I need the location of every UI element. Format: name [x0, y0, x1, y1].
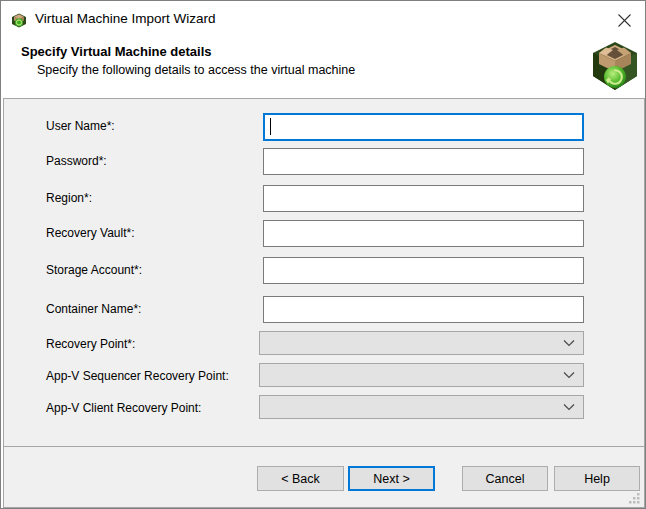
page-title: Specify Virtual Machine details: [21, 44, 212, 59]
field-label-appv-sequencer-recovery-point: App-V Sequencer Recovery Point:: [46, 369, 229, 383]
chevron-down-icon: [563, 403, 575, 411]
field-label-storage-account: Storage Account*:: [46, 263, 142, 277]
password-input[interactable]: [263, 148, 584, 175]
field-label-appv-client-recovery-point: App-V Client Recovery Point:: [46, 401, 201, 415]
title-bar[interactable]: Virtual Machine Import Wizard: [1, 1, 645, 39]
recovery-vault-input[interactable]: [263, 220, 584, 247]
window-title: Virtual Machine Import Wizard: [35, 11, 216, 26]
next-button[interactable]: Next >: [348, 466, 435, 491]
dialog-window: Virtual Machine Import Wizard Specify Vi…: [0, 0, 646, 509]
storage-account-input[interactable]: [263, 257, 584, 284]
wizard-icon: [592, 39, 638, 92]
appv-client-recovery-point-select[interactable]: [259, 395, 584, 419]
page-subtitle: Specify the following details to access …: [37, 63, 355, 77]
region-input[interactable]: [263, 185, 584, 212]
recovery-point-select[interactable]: [259, 331, 584, 355]
chevron-down-icon: [563, 371, 575, 379]
text-caret: [270, 118, 271, 135]
field-label-container-name: Container Name*:: [46, 302, 141, 316]
close-button[interactable]: [609, 5, 639, 35]
field-label-region: Region*:: [46, 191, 92, 205]
field-label-password: Password*:: [46, 154, 107, 168]
cancel-button[interactable]: Cancel: [462, 466, 548, 491]
close-icon: [617, 13, 632, 28]
chevron-down-icon: [563, 339, 575, 347]
appv-sequencer-recovery-point-select[interactable]: [259, 363, 584, 387]
field-label-recovery-vault: Recovery Vault*:: [46, 226, 134, 240]
help-button[interactable]: Help: [554, 466, 640, 491]
app-icon: [11, 12, 27, 28]
resize-grip-icon[interactable]: [627, 491, 641, 505]
back-button[interactable]: < Back: [257, 466, 344, 491]
container-name-input[interactable]: [263, 296, 584, 323]
field-label-user-name: User Name*:: [46, 119, 115, 133]
user-name-input[interactable]: [263, 113, 584, 141]
field-label-recovery-point: Recovery Point*:: [46, 337, 135, 351]
